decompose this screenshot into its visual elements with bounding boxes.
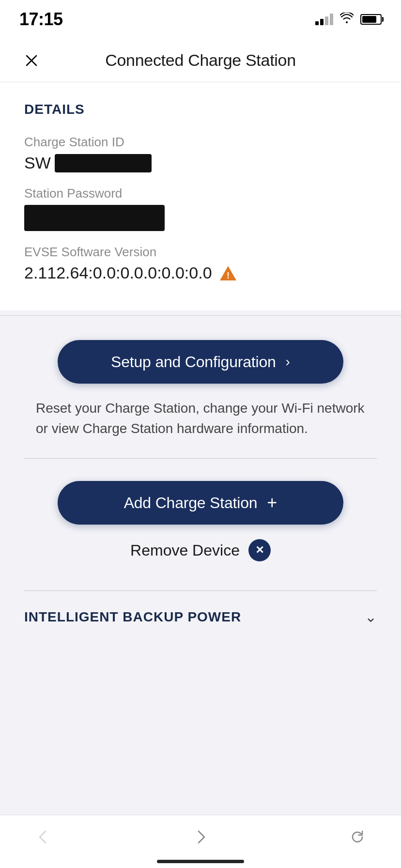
details-section: DETAILS Charge Station ID SW Station Pas… [0,82,401,310]
setup-description: Reset your Charge Station, change your W… [36,398,365,439]
signal-icon [315,14,333,25]
forward-button[interactable] [186,822,215,852]
station-password-value [24,205,377,231]
nav-header: Connected Charge Station [0,39,401,82]
charge-station-id-prefix: SW [24,154,51,172]
station-password-redacted [24,205,165,231]
backup-power-row[interactable]: INTELLIGENT BACKUP POWER ⌄ [24,590,377,643]
wifi-icon [340,13,354,26]
backup-power-section: INTELLIGENT BACKUP POWER ⌄ [0,590,401,643]
add-charge-station-button[interactable]: Add Charge Station + [58,481,343,525]
page-title: Connected Charge Station [105,51,296,70]
backup-power-heading: INTELLIGENT BACKUP POWER [24,609,241,625]
evse-version-value: 2.112.64:0.0:0.0.0:0.0:0.0 ! [24,264,377,282]
charge-station-id-redacted [55,154,152,172]
svg-text:!: ! [227,271,230,280]
setup-button-label: Setup and Configuration [111,353,276,371]
evse-version-text: 2.112.64:0.0:0.0.0:0.0:0.0 [24,264,212,282]
close-button[interactable] [19,48,44,73]
evse-version-label: EVSE Software Version [24,245,377,260]
back-button[interactable] [29,822,58,852]
details-heading: DETAILS [24,102,377,117]
plus-icon: + [267,494,277,512]
refresh-button[interactable] [343,822,372,852]
section-divider-1 [0,315,401,316]
warning-icon: ! [219,264,237,282]
remove-circle-icon: ✕ [248,539,271,561]
status-bar: 17:15 [0,0,401,39]
section-divider-2 [24,458,377,459]
add-charge-station-label: Add Charge Station [124,494,258,512]
battery-icon [360,14,382,25]
charge-station-id-row: SW [24,154,377,172]
station-password-label: Station Password [24,186,377,201]
home-indicator [157,860,244,863]
chevron-down-icon: ⌄ [365,608,377,625]
buttons-section: Setup and Configuration › Reset your Cha… [0,321,401,590]
remove-x-icon: ✕ [255,545,264,556]
remove-device-label: Remove Device [130,542,240,559]
charge-station-id-label: Charge Station ID [24,135,377,150]
status-icons [315,13,382,26]
setup-configuration-button[interactable]: Setup and Configuration › [58,340,343,384]
remove-device-button[interactable]: Remove Device ✕ [130,539,271,561]
status-time: 17:15 [19,9,63,30]
chevron-right-icon: › [286,354,290,370]
